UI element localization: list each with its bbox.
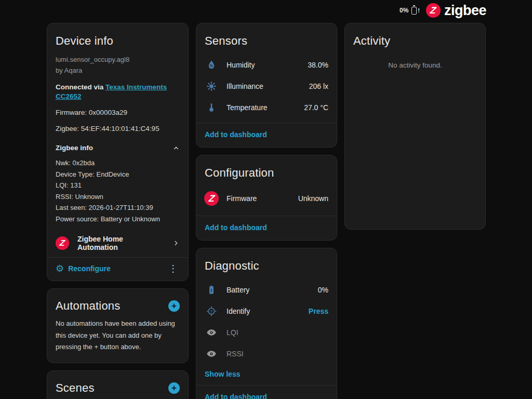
zigbee-info-toggle[interactable]: Zigbee info <box>56 144 180 152</box>
integration-row-zha[interactable]: Z Zigbee Home Automation <box>47 232 188 255</box>
device-info-title: Device info <box>56 34 180 48</box>
device-model: lumi.sensor_occupy.agl8 <box>56 54 180 65</box>
card-footer: Add to dashboard <box>196 385 337 399</box>
add-to-dashboard-link[interactable]: Add to dashboard <box>196 123 337 147</box>
temperature-icon <box>205 102 218 113</box>
entity-label: Firmware <box>227 194 290 203</box>
zigbee-wordmark: zigbee <box>444 3 486 19</box>
entity-row-firmware[interactable]: Z Firmware Unknown <box>196 186 337 211</box>
chevron-right-icon <box>172 240 180 247</box>
cog-refresh-icon: ⚙ <box>56 264 64 273</box>
zigbee-info-title: Zigbee info <box>56 144 93 152</box>
entity-value: 38.0% <box>308 61 328 69</box>
entity-row-illuminance[interactable]: Illuminance 206 lx <box>196 75 337 97</box>
show-less-link[interactable]: Show less <box>196 364 337 385</box>
svg-text:%: % <box>210 64 214 68</box>
entity-label: Temperature <box>227 103 296 112</box>
reconfigure-button[interactable]: ⚙ Reconfigure <box>56 264 111 273</box>
top-bar: 0% ! Z zigbee <box>400 3 486 18</box>
zigbee-logo-icon: Z <box>426 3 441 18</box>
device-info-card: Device info lumi.sensor_occupy.agl8 by A… <box>47 23 189 281</box>
scenes-card: Scenes + No scenes have been added using… <box>47 370 189 399</box>
add-to-dashboard-link[interactable]: Add to dashboard <box>196 385 337 399</box>
configuration-card: Configuration Z Firmware Unknown Add to … <box>196 155 337 241</box>
identify-press-button[interactable]: Press <box>309 307 328 315</box>
firmware-line: Firmware: 0x00003a29 <box>56 108 180 117</box>
zigbee-brand: Z zigbee <box>426 3 486 19</box>
entity-label: Illuminance <box>227 82 301 90</box>
entity-label: Humidity <box>227 61 299 69</box>
entity-value: Unknown <box>298 194 328 203</box>
add-to-dashboard-link[interactable]: Add to dashboard <box>196 216 337 240</box>
activity-card: Activity No activity found. <box>344 23 486 230</box>
sensors-title: Sensors <box>205 34 328 48</box>
battery-alert-icon <box>411 7 417 15</box>
zigbee-logo-icon: Z <box>56 236 69 250</box>
zigbee-info-row: Last seen: 2026-01-27T11:10:39 <box>56 202 180 214</box>
zigbee-info-row: Power source: Battery or Unknown <box>56 214 180 225</box>
scenes-title: Scenes <box>56 381 95 395</box>
card-footer: Add to dashboard <box>196 123 337 147</box>
entity-value: 0% <box>318 286 328 294</box>
entity-row-humidity[interactable]: % Humidity 38.0% <box>196 54 337 75</box>
zigbee-info-row: LQI: 131 <box>56 180 180 191</box>
entity-value: 27.0 °C <box>304 103 328 112</box>
battery-alert-icon: ! <box>205 285 218 295</box>
entity-label: LQI <box>227 328 320 337</box>
zigbee-info-row: RSSI: Unknown <box>56 191 180 203</box>
overflow-menu-icon[interactable]: ⋮ <box>164 264 182 273</box>
entity-value: 206 lx <box>309 82 328 90</box>
device-manufacturer: by Aqara <box>56 65 180 76</box>
chevron-up-icon <box>172 144 180 152</box>
battery-status: 0% ! <box>400 7 420 15</box>
reconfigure-label: Reconfigure <box>68 264 111 273</box>
entity-row-rssi[interactable]: RSSI <box>196 343 337 364</box>
automations-card: Automations + No automations have been a… <box>47 288 189 363</box>
left-column: Device info lumi.sensor_occupy.agl8 by A… <box>47 23 189 399</box>
add-automation-button[interactable]: + <box>168 300 180 312</box>
identify-icon: ? <box>205 306 218 316</box>
add-scene-button[interactable]: + <box>168 382 180 394</box>
activity-title: Activity <box>353 34 477 48</box>
svg-text:?: ? <box>210 309 213 313</box>
configuration-title: Configuration <box>205 166 328 180</box>
entity-label: Battery <box>227 286 310 294</box>
automations-empty-text: No automations have been added using thi… <box>56 318 180 353</box>
entity-label: RSSI <box>227 350 320 358</box>
eye-icon <box>205 327 218 338</box>
zigbee-info-row: Device Type: EndDevice <box>56 169 180 180</box>
entity-row-battery[interactable]: ! Battery 0% <box>196 279 337 300</box>
zigbee-info-row: Nwk: 0x2bda <box>56 157 180 169</box>
sensors-card: Sensors % Humidity 38.0% Illuminance 206… <box>196 23 337 148</box>
zigbee-mac-line: Zigbee: 54:EF:44:10:01:41:C4:95 <box>56 124 180 134</box>
eye-icon <box>205 349 218 359</box>
svg-text:!: ! <box>210 288 212 293</box>
entity-row-lqi[interactable]: LQI <box>196 322 337 343</box>
card-footer: Add to dashboard <box>196 216 337 240</box>
zigbee-logo-icon: Z <box>205 191 218 206</box>
connected-via-label: Connected via <box>56 83 105 91</box>
device-actions-row: ⚙ Reconfigure ⋮ <box>47 258 188 281</box>
humidity-icon: % <box>205 60 218 70</box>
device-page: Device info lumi.sensor_occupy.agl8 by A… <box>47 23 486 399</box>
entity-row-identify[interactable]: ? Identify Press <box>196 300 337 322</box>
entity-row-temperature[interactable]: Temperature 27.0 °C <box>196 97 337 118</box>
entity-label: Identify <box>227 307 300 315</box>
integration-name: Zigbee Home Automation <box>77 235 164 251</box>
battery-percent: 0% <box>400 7 408 14</box>
right-column: Activity No activity found. <box>344 23 486 230</box>
middle-column: Sensors % Humidity 38.0% Illuminance 206… <box>196 23 337 399</box>
battery-alert-mark: ! <box>418 7 420 14</box>
diagnostic-card: Diagnostic ! Battery 0% ? Identify Press <box>196 248 337 399</box>
diagnostic-title: Diagnostic <box>205 259 328 273</box>
activity-empty-text: No activity found. <box>345 61 485 69</box>
automations-title: Automations <box>56 299 121 313</box>
illuminance-icon <box>205 81 218 91</box>
connected-via-line: Connected via Texas Instruments CC2652 <box>56 83 180 101</box>
